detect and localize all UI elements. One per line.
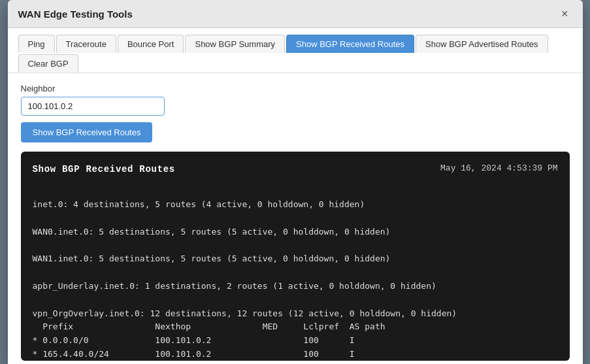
modal-body: Neighbor Show BGP Received Routes Show B…: [8, 73, 583, 364]
terminal-title: Show BGP Received Routes: [33, 162, 175, 176]
modal-header: WAN Edge Testing Tools ×: [8, 0, 583, 28]
tab-traceroute[interactable]: Traceroute: [56, 35, 116, 53]
terminal-timestamp: May 16, 2024 4:53:39 PM: [440, 162, 557, 176]
terminal-header: Show BGP Received Routes May 16, 2024 4:…: [33, 162, 558, 176]
terminal-line: WAN0.inet.0: 5 destinations, 5 routes (5…: [33, 225, 558, 239]
terminal-lines: inet.0: 4 destinations, 5 routes (4 acti…: [33, 184, 558, 361]
tab-clear-bgp[interactable]: Clear BGP: [18, 54, 78, 73]
terminal-line: inet.0: 4 destinations, 5 routes (4 acti…: [33, 198, 558, 212]
tab-show-bgp-advertised-routes[interactable]: Show BGP Advertised Routes: [416, 35, 548, 53]
terminal-line: [33, 239, 558, 253]
neighbor-input[interactable]: [21, 97, 165, 116]
terminal-line: apbr_Underlay.inet.0: 1 destinations, 2 …: [33, 280, 558, 293]
modal-title: WAN Edge Testing Tools: [18, 8, 133, 20]
terminal-line: [33, 266, 558, 280]
terminal-line: [33, 184, 558, 198]
terminal-line: Prefix Nexthop MED Lclpref AS path: [33, 320, 558, 334]
terminal-line: [33, 212, 558, 225]
tab-show-bgp-summary[interactable]: Show BGP Summary: [185, 35, 285, 53]
tab-bounce-port[interactable]: Bounce Port: [118, 35, 184, 53]
modal-container: WAN Edge Testing Tools × PingTracerouteB…: [8, 0, 583, 364]
close-button[interactable]: ×: [557, 7, 572, 21]
show-bgp-received-routes-button[interactable]: Show BGP Received Routes: [21, 122, 153, 142]
tab-show-bgp-received-routes[interactable]: Show BGP Received Routes: [286, 35, 414, 53]
terminal-line: [33, 293, 558, 307]
tab-bar: PingTracerouteBounce PortShow BGP Summar…: [8, 28, 583, 73]
neighbor-label: Neighbor: [21, 84, 570, 93]
terminal-line: * 0.0.0.0/0 100.101.0.2 100 I: [33, 334, 558, 348]
terminal-line: vpn_OrgOverlay.inet.0: 12 destinations, …: [33, 307, 558, 321]
tab-ping[interactable]: Ping: [18, 35, 55, 53]
terminal-output: Show BGP Received Routes May 16, 2024 4:…: [21, 152, 570, 361]
terminal-line: WAN1.inet.0: 5 destinations, 5 routes (5…: [33, 252, 558, 266]
terminal-line: * 165.4.40.0/24 100.101.0.2 100 I: [33, 348, 558, 361]
